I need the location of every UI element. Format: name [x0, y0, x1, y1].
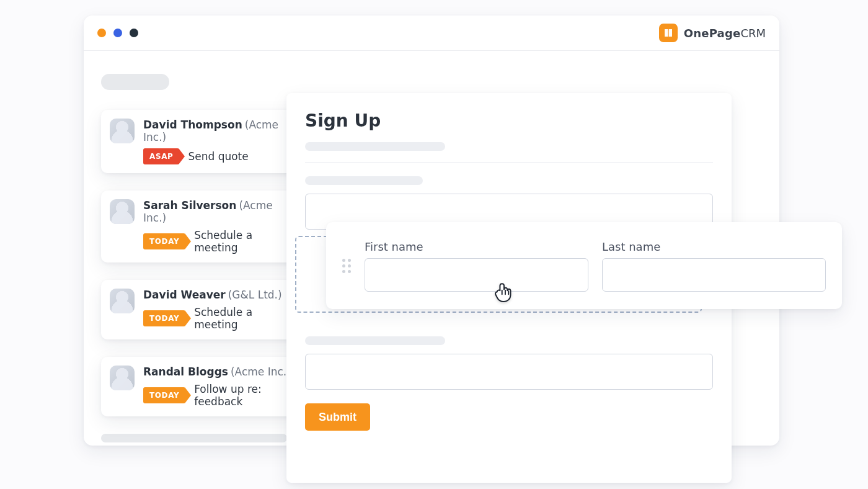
last-name-label: Last name — [602, 240, 826, 253]
avatar — [110, 119, 135, 143]
last-name-input[interactable] — [602, 258, 826, 292]
submit-button[interactable]: Submit — [305, 403, 370, 431]
placeholder-line — [305, 176, 423, 185]
window-dot-blue — [113, 29, 122, 37]
placeholder-line — [305, 336, 445, 345]
contact-card[interactable]: Sarah Silverson(Acme Inc.) TODAY Schedul… — [101, 191, 303, 262]
contact-card-list: David Thompson(Acme Inc.) ASAP Send quot… — [101, 110, 303, 416]
contacts-sidebar: David Thompson(Acme Inc.) ASAP Send quot… — [101, 74, 303, 442]
contact-card[interactable]: David Weaver(G&L Ltd.) TODAY Schedule a … — [101, 280, 303, 339]
brand-name: OnePageCRM — [684, 27, 766, 40]
avatar — [110, 366, 135, 390]
contact-name: David Thompson(Acme Inc.) — [143, 119, 293, 143]
dragged-field-card[interactable]: First name Last name — [326, 222, 842, 309]
divider — [305, 162, 713, 163]
avatar — [110, 289, 135, 313]
first-name-input[interactable] — [365, 258, 588, 292]
contact-card[interactable]: David Thompson(Acme Inc.) ASAP Send quot… — [101, 110, 303, 173]
titlebar: OnePageCRM — [84, 16, 779, 51]
priority-tag: TODAY — [143, 310, 185, 326]
next-action: Send quote — [188, 150, 248, 163]
priority-tag: ASAP — [143, 148, 179, 164]
brand-logo-icon — [659, 24, 678, 42]
priority-tag: TODAY — [143, 233, 185, 249]
window-dot-orange — [97, 29, 106, 37]
drag-handle-icon[interactable] — [342, 259, 351, 273]
avatar — [110, 199, 135, 224]
window-dot-dark — [130, 29, 138, 37]
next-action: Schedule a meeting — [194, 229, 293, 254]
form-text-input[interactable] — [305, 354, 713, 390]
contact-name: Randal Bloggs(Acme Inc.) — [143, 366, 293, 378]
brand: OnePageCRM — [659, 24, 766, 42]
next-action: Schedule a meeting — [194, 306, 293, 331]
first-name-label: First name — [365, 240, 588, 253]
next-action: Follow up re: feedback — [194, 383, 293, 408]
placeholder-line — [305, 142, 445, 151]
window-controls — [97, 29, 138, 37]
contact-card[interactable]: Randal Bloggs(Acme Inc.) TODAY Follow up… — [101, 357, 303, 416]
placeholder-pill-top — [101, 74, 169, 90]
form-title: Sign Up — [305, 110, 713, 131]
priority-tag: TODAY — [143, 387, 185, 403]
placeholder-pill-bottom — [101, 434, 287, 442]
contact-name: Sarah Silverson(Acme Inc.) — [143, 199, 293, 224]
contact-name: David Weaver(G&L Ltd.) — [143, 289, 293, 301]
